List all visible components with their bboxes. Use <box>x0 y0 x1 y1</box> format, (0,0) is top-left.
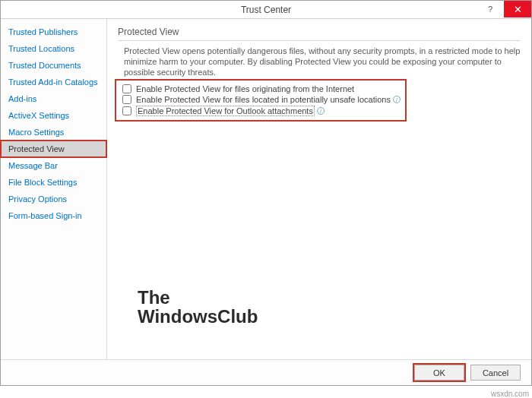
titlebar-controls: ? ✕ <box>477 1 531 17</box>
sidebar-item-form-based-sign-in[interactable]: Form-based Sign-in <box>1 207 106 224</box>
checkbox-group: Enable Protected View for files originat… <box>118 82 404 118</box>
close-button[interactable]: ✕ <box>504 1 531 17</box>
sidebar-item-trusted-documents[interactable]: Trusted Documents <box>1 57 106 74</box>
section-title: Protected View <box>118 27 521 41</box>
checkbox-label[interactable]: Enable Protected View for Outlook attach… <box>136 106 315 116</box>
watermark-line1: The <box>138 288 258 307</box>
checkbox[interactable] <box>122 106 131 115</box>
sidebar-item-file-block-settings[interactable]: File Block Settings <box>1 174 106 191</box>
content-panel: Protected View Protected View opens pote… <box>107 19 531 359</box>
sidebar-item-protected-view[interactable]: Protected View <box>1 141 106 157</box>
watermark: The WindowsClub <box>138 288 258 326</box>
sidebar-item-trusted-publishers[interactable]: Trusted Publishers <box>1 24 106 40</box>
sidebar-item-add-ins[interactable]: Add-ins <box>1 90 106 107</box>
checkbox[interactable] <box>122 84 131 93</box>
checkbox-label[interactable]: Enable Protected View for files located … <box>136 95 391 104</box>
sidebar-item-activex-settings[interactable]: ActiveX Settings <box>1 107 106 124</box>
info-icon[interactable]: i <box>317 107 325 115</box>
checkbox-row: Enable Protected View for files located … <box>122 94 401 105</box>
footer: OK Cancel <box>1 359 531 385</box>
checkbox-label[interactable]: Enable Protected View for files originat… <box>136 84 354 93</box>
watermark-line2: WindowsClub <box>138 307 258 326</box>
window-title: Trust Center <box>241 5 291 15</box>
sidebar-item-message-bar[interactable]: Message Bar <box>1 157 106 174</box>
titlebar: Trust Center ? ✕ <box>1 1 531 19</box>
trust-center-window: Trust Center ? ✕ Trusted PublishersTrust… <box>0 0 532 386</box>
checkbox[interactable] <box>122 95 131 104</box>
info-icon[interactable]: i <box>393 96 401 103</box>
sidebar-item-privacy-options[interactable]: Privacy Options <box>1 191 106 207</box>
checkbox-row: Enable Protected View for Outlook attach… <box>122 105 401 117</box>
checkbox-row: Enable Protected View for files originat… <box>122 84 401 94</box>
body-area: Trusted PublishersTrusted LocationsTrust… <box>1 19 531 359</box>
cancel-button[interactable]: Cancel <box>470 365 521 381</box>
help-button[interactable]: ? <box>477 1 504 17</box>
source-label: wsxdn.com <box>491 390 529 398</box>
sidebar: Trusted PublishersTrusted LocationsTrust… <box>1 19 107 359</box>
section-description: Protected View opens potentially dangero… <box>118 46 521 77</box>
sidebar-item-trusted-add-in-catalogs[interactable]: Trusted Add-in Catalogs <box>1 74 106 90</box>
sidebar-item-trusted-locations[interactable]: Trusted Locations <box>1 40 106 57</box>
sidebar-item-macro-settings[interactable]: Macro Settings <box>1 124 106 141</box>
ok-button[interactable]: OK <box>414 365 464 381</box>
